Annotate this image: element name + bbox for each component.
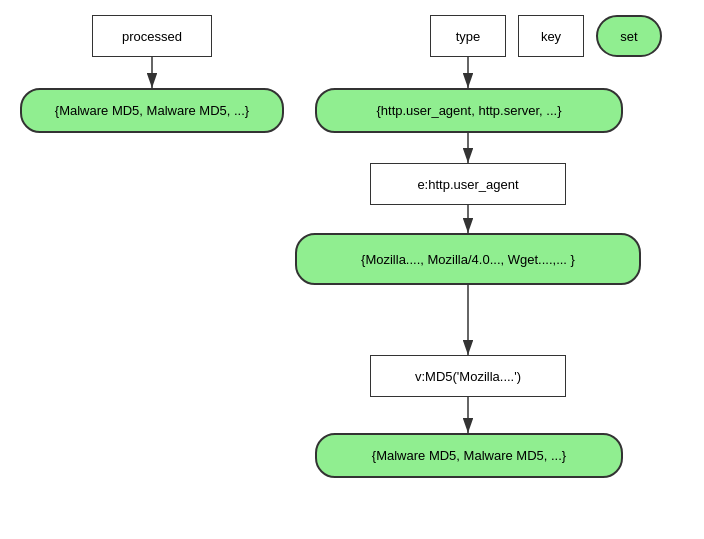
mozilla-set-label: {Mozilla...., Mozilla/4.0..., Wget....,.…	[361, 252, 575, 267]
malware-set1-node: {Malware MD5, Malware MD5, ...}	[20, 88, 284, 133]
type-node: type	[430, 15, 506, 57]
http-set-label: {http.user_agent, http.server, ...}	[376, 103, 561, 118]
set-label: set	[620, 29, 637, 44]
malware-set2-label: {Malware MD5, Malware MD5, ...}	[372, 448, 566, 463]
http-set-node: {http.user_agent, http.server, ...}	[315, 88, 623, 133]
key-node: key	[518, 15, 584, 57]
processed-label: processed	[122, 29, 182, 44]
e-http-node: e:http.user_agent	[370, 163, 566, 205]
malware-set1-label: {Malware MD5, Malware MD5, ...}	[55, 103, 249, 118]
e-http-label: e:http.user_agent	[417, 177, 518, 192]
v-md5-label: v:MD5('Mozilla....')	[415, 369, 521, 384]
set-node: set	[596, 15, 662, 57]
processed-node: processed	[92, 15, 212, 57]
key-label: key	[541, 29, 561, 44]
mozilla-set-node: {Mozilla...., Mozilla/4.0..., Wget....,.…	[295, 233, 641, 285]
malware-set2-node: {Malware MD5, Malware MD5, ...}	[315, 433, 623, 478]
diagram-container: processed type key set {Malware MD5, Mal…	[0, 0, 704, 539]
type-label: type	[456, 29, 481, 44]
v-md5-node: v:MD5('Mozilla....')	[370, 355, 566, 397]
